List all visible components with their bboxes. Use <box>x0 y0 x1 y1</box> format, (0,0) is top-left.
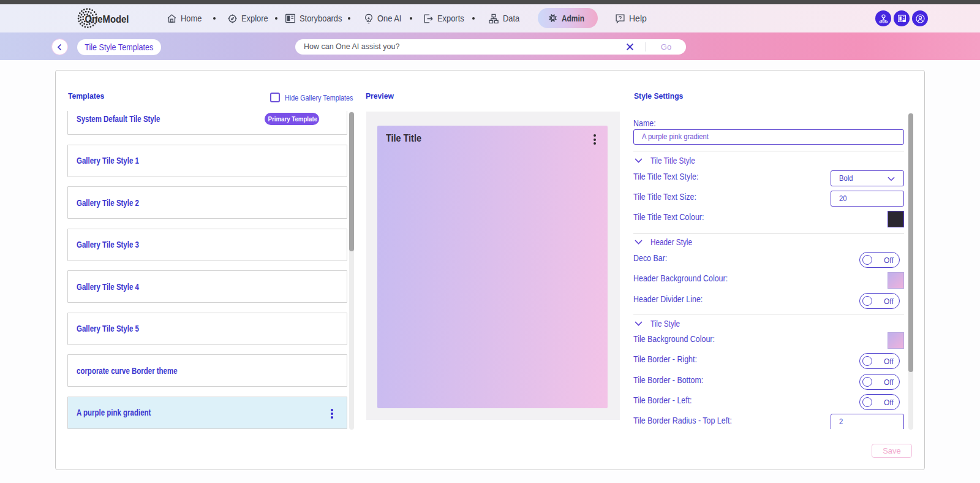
svg-text:OneModel: OneModel <box>85 13 129 25</box>
